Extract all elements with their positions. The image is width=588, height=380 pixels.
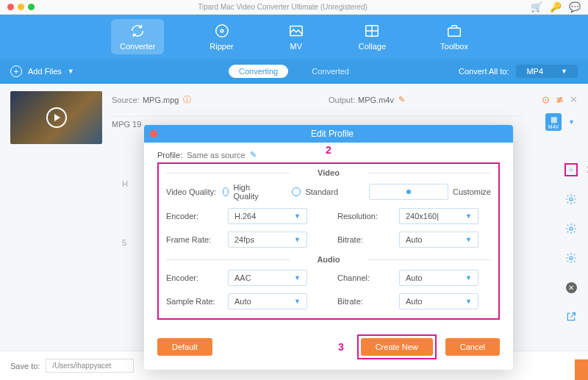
audio-encoder-select[interactable]: AAC▼ — [228, 270, 307, 286]
image-icon — [288, 23, 304, 39]
convert-all-to-label: Convert All to: — [459, 67, 509, 76]
framerate-select[interactable]: 24fps▼ — [228, 232, 307, 248]
cancel-button[interactable]: Cancel — [445, 338, 500, 356]
format-badge[interactable]: M4V — [545, 113, 562, 131]
zoom-window-icon[interactable] — [28, 4, 35, 10]
side-toolbar: ✕ — [564, 163, 578, 323]
resolution-label: Resolution: — [337, 212, 399, 221]
svg-point-8 — [570, 257, 573, 259]
disc-icon — [214, 23, 230, 39]
default-button[interactable]: Default — [157, 338, 212, 356]
radio-customize[interactable]: Customize — [369, 183, 491, 201]
add-files-button[interactable]: + Add Files ▼ — [10, 65, 74, 77]
chevron-down-icon[interactable]: ▾ — [570, 118, 573, 126]
profile-label: Profile: — [157, 151, 182, 159]
toolbar: + Add Files ▼ Converting Converted Conve… — [0, 59, 588, 84]
enhance-icon[interactable]: ≢ — [556, 94, 564, 105]
convert-all-button[interactable] — [575, 359, 588, 380]
open-external-icon[interactable] — [564, 310, 578, 323]
settings-panel: Video Video Quality: High Quality Standa… — [157, 162, 500, 320]
output-format-select[interactable]: MP4 ▼ — [516, 65, 578, 78]
remove-icon[interactable]: ✕ — [564, 281, 578, 294]
svg-rect-4 — [448, 28, 461, 36]
chevron-down-icon: ▼ — [294, 212, 301, 220]
audio-encoder-label: Encoder: — [166, 273, 228, 282]
edit-profile-dialog: Edit Profile 2 Profile: Same as source ✎… — [144, 125, 513, 370]
top-nav: Converter Ripper MV Collage Toolbox — [0, 15, 588, 59]
channel-label: Channel: — [337, 273, 399, 282]
source-value: MPG.mpg — [143, 96, 179, 104]
nav-toolbox[interactable]: Toolbox — [431, 19, 477, 54]
edit-icon[interactable]: ✎ — [398, 95, 405, 104]
edit-icon[interactable]: ✎ — [250, 150, 257, 159]
video-encoder-select[interactable]: H.264▼ — [228, 208, 307, 224]
compress-icon[interactable]: ⊙ — [542, 94, 550, 105]
key-icon[interactable]: 🔑 — [550, 1, 562, 12]
video-section-title: Video — [166, 168, 491, 177]
video-thumbnail[interactable] — [10, 91, 102, 144]
chevron-down-icon[interactable]: ▼ — [68, 68, 74, 75]
chevron-down-icon: ▼ — [465, 298, 472, 305]
profile-value: Same as source — [187, 151, 245, 159]
audio-section-title: Audio — [166, 255, 491, 264]
toolbox-icon — [446, 23, 462, 39]
save-to-label: Save to: — [10, 362, 40, 370]
channel-select[interactable]: Auto▼ — [399, 270, 478, 286]
settings-icon[interactable] — [564, 163, 578, 176]
nav-collage[interactable]: Collage — [350, 19, 395, 54]
settings-icon[interactable] — [564, 251, 578, 265]
nav-mv[interactable]: MV — [279, 19, 313, 54]
minimize-window-icon[interactable] — [18, 4, 24, 10]
chevron-down-icon: ▼ — [294, 236, 301, 243]
save-path-field[interactable]: /Users/ihappyacet — [46, 359, 134, 373]
close-icon[interactable]: ✕ — [570, 94, 578, 105]
framerate-label: Frame Rate: — [166, 235, 228, 244]
chevron-down-icon: ▼ — [294, 298, 301, 305]
bitrate-label: Bitrate: — [337, 235, 399, 244]
hidden-h: H — [122, 179, 128, 188]
nav-converter[interactable]: Converter — [111, 19, 164, 54]
info-icon[interactable]: ⓘ — [183, 94, 191, 105]
chevron-down-icon: ▼ — [465, 212, 472, 220]
tab-converting[interactable]: Converting — [229, 65, 288, 78]
play-icon[interactable] — [46, 107, 67, 128]
svg-point-0 — [215, 25, 228, 37]
window-controls[interactable] — [7, 4, 35, 10]
svg-point-7 — [570, 227, 573, 230]
dialog-header: Edit Profile — [144, 125, 513, 143]
plus-icon: + — [10, 65, 22, 77]
svg-point-1 — [220, 29, 223, 32]
collage-icon — [364, 23, 380, 39]
video-quality-label: Video Quality: — [166, 187, 223, 196]
output-value: MPG.m4v — [358, 96, 394, 104]
encoder-label: Encoder: — [166, 212, 228, 221]
tab-converted[interactable]: Converted — [301, 65, 359, 78]
svg-point-6 — [570, 198, 573, 201]
samplerate-select[interactable]: Auto▼ — [228, 293, 307, 309]
resolution-select[interactable]: 240x160|▼ — [399, 208, 478, 224]
radio-high-quality[interactable]: High Quality — [223, 183, 261, 201]
close-dialog-icon[interactable] — [150, 130, 157, 137]
chevron-down-icon: ▼ — [465, 274, 472, 282]
feedback-icon[interactable]: 💬 — [569, 1, 581, 12]
annotation-2: 2 — [326, 144, 331, 156]
video-bitrate-select[interactable]: Auto▼ — [399, 232, 478, 248]
chevron-down-icon: ▼ — [465, 236, 472, 243]
create-new-button[interactable]: Create New — [361, 338, 433, 356]
output-label: Output: — [329, 96, 355, 104]
titlebar: Tipard Mac Video Converter Ultimate (Unr… — [0, 0, 588, 15]
svg-point-5 — [570, 169, 572, 171]
radio-standard[interactable]: Standard — [292, 183, 338, 201]
dialog-title: Edit Profile — [157, 129, 507, 139]
settings-icon[interactable] — [564, 222, 578, 235]
cart-icon[interactable]: 🛒 — [531, 1, 542, 12]
source-label: Source: — [112, 96, 140, 104]
close-window-icon[interactable] — [7, 4, 14, 10]
settings-icon[interactable] — [564, 193, 578, 206]
audio-bitrate-label: Bitrate: — [337, 297, 399, 306]
audio-bitrate-select[interactable]: Auto▼ — [399, 293, 478, 309]
window-title: Tipard Mac Video Converter Ultimate (Unr… — [35, 3, 531, 11]
hidden-5: 5 — [122, 238, 126, 247]
chevron-down-icon: ▼ — [294, 274, 301, 282]
nav-ripper[interactable]: Ripper — [201, 19, 242, 54]
